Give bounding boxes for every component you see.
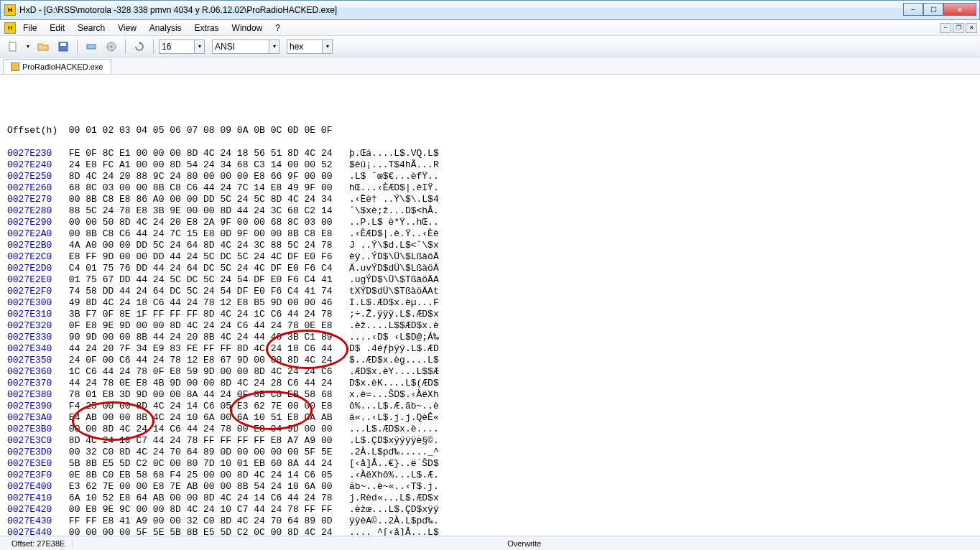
hex-row[interactable]: 0027E290 00 00 50 8D 4C 24 20 E8 2A 9F 0… — [7, 217, 973, 228]
hex-row[interactable]: 0027E430 FF FF E8 41 A9 00 00 32 C0 8D 4… — [7, 516, 973, 527]
save-button[interactable] — [55, 39, 72, 55]
mdi-restore-button[interactable]: ❐ — [953, 23, 964, 33]
close-button[interactable]: ✕ — [943, 3, 976, 16]
hex-row[interactable]: 0027E3C0 8D 4C 24 10 C7 44 24 78 FF FF F… — [7, 435, 973, 447]
menu-analysis[interactable]: Analysis — [144, 22, 188, 34]
refresh-button[interactable] — [131, 39, 148, 55]
numberbase-dropdown[interactable]: ▾ — [323, 39, 333, 54]
minimize-button[interactable]: − — [903, 3, 923, 16]
menu-search[interactable]: Search — [72, 22, 111, 34]
hex-row[interactable]: 0027E3B0 00 00 8D 4C 24 14 C6 44 24 78 0… — [7, 424, 973, 435]
status-bar: Offset: 27E38E Overwrite — [0, 536, 980, 550]
hex-row[interactable]: 0027E320 0F E8 9E 9D 00 00 8D 4C 24 24 C… — [7, 320, 973, 332]
file-icon — [11, 62, 19, 71]
window-title: HxD - [G:\RSS\motorola -328 338 pmvn 403… — [19, 5, 903, 15]
titlebar: H HxD - [G:\RSS\motorola -328 338 pmvn 4… — [0, 0, 980, 20]
bytes-per-row-dropdown[interactable]: ▾ — [195, 39, 205, 54]
tab-label: ProRadioHACKED.exe — [22, 62, 103, 71]
hex-row[interactable]: 0027E2B0 4A A0 00 00 DD 5C 24 64 8D 4C 2… — [7, 240, 973, 251]
hex-row[interactable]: 0027E2A0 00 8B C8 C6 44 24 7C 15 E8 0D 9… — [7, 228, 973, 240]
hex-view[interactable]: Offset(h) 00 01 02 03 04 05 06 07 08 09 … — [0, 75, 980, 536]
menubar: H File Edit Search View Analysis Extras … — [0, 20, 980, 36]
status-mode: Overwrite — [500, 539, 548, 548]
menu-file[interactable]: File — [17, 22, 42, 34]
tab-bar: ProRadioHACKED.exe — [0, 57, 980, 75]
open-ram-button[interactable] — [83, 39, 100, 55]
svg-rect-2 — [60, 43, 66, 46]
bytes-per-row-input[interactable] — [159, 39, 195, 54]
numberbase-select[interactable] — [287, 39, 323, 54]
hex-row[interactable]: 0027E410 6A 10 52 E8 64 AB 00 00 8D 4C 2… — [7, 493, 973, 504]
separator — [153, 39, 154, 54]
hex-row[interactable]: 0027E230 FE 0F 8C E1 00 00 00 8D 4C 24 1… — [7, 148, 973, 159]
status-offset: Offset: 27E38E — [4, 539, 73, 548]
menu-view[interactable]: View — [112, 22, 142, 34]
hex-row[interactable]: 0027E380 78 01 E8 3D 9D 00 00 8A 44 24 0… — [7, 389, 973, 401]
hex-row[interactable]: 0027E3D0 00 32 C0 8D 4C 24 70 64 89 0D 0… — [7, 447, 973, 458]
toolbar: ▾ ▾ ▾ ▾ — [0, 36, 980, 57]
hex-row[interactable]: 0027E240 24 E8 FC A1 00 00 8D 54 24 34 6… — [7, 159, 973, 171]
hex-row[interactable]: 0027E400 E3 62 7E 00 00 E8 7E AB 00 00 8… — [7, 481, 973, 493]
charset-select[interactable] — [212, 39, 269, 54]
hex-row[interactable]: 0027E2E0 01 75 67 DD 44 24 5C DC 5C 24 5… — [7, 274, 973, 286]
hex-row[interactable]: 0027E270 00 8B C8 E8 86 A0 00 00 DD 5C 2… — [7, 194, 973, 205]
svg-rect-0 — [9, 42, 16, 51]
hex-row[interactable]: 0027E350 24 0F 00 C6 44 24 78 12 E8 67 9… — [7, 355, 973, 366]
hex-row[interactable]: 0027E330 90 9D 00 00 8B 44 24 20 8B 4C 2… — [7, 332, 973, 343]
charset-dropdown[interactable]: ▾ — [269, 39, 279, 54]
hex-row[interactable]: 0027E440 00 00 00 00 5F 5E 5B 8B E5 5D C… — [7, 527, 973, 536]
new-dropdown[interactable]: ▾ — [24, 39, 32, 55]
maximize-button[interactable]: ☐ — [923, 3, 943, 16]
hex-row[interactable]: 0027E3E0 5B 8B E5 5D C2 0C 00 80 7D 10 0… — [7, 458, 973, 470]
hex-row[interactable]: 0027E390 F4 25 00 00 8D 4C 24 14 C6 05 E… — [7, 401, 973, 412]
mdi-close-button[interactable]: ✕ — [966, 23, 977, 33]
hex-row[interactable]: 0027E260 68 8C 03 00 00 8B C8 C6 44 24 7… — [7, 182, 973, 194]
app-icon: H — [4, 4, 16, 16]
svg-point-5 — [111, 45, 113, 47]
hex-row[interactable]: 0027E3F0 0E 8B C0 EB 58 68 F4 25 00 00 8… — [7, 470, 973, 481]
separator — [77, 39, 78, 54]
new-button[interactable] — [4, 39, 22, 55]
hex-row[interactable]: 0027E360 1C C6 44 24 78 0F E8 59 9D 00 0… — [7, 366, 973, 378]
hex-row[interactable]: 0027E300 49 8D 4C 24 18 C6 44 24 78 12 E… — [7, 297, 973, 309]
menu-window[interactable]: Window — [226, 22, 269, 34]
hex-row[interactable]: 0027E2F0 74 58 DD 44 24 64 DC 5C 24 54 D… — [7, 286, 973, 297]
menu-app-icon[interactable]: H — [4, 22, 16, 34]
hex-row[interactable]: 0027E280 88 5C 24 78 E8 3B 9E 00 00 8D 4… — [7, 205, 973, 217]
open-button[interactable] — [34, 39, 52, 55]
menu-help[interactable]: ? — [269, 22, 286, 34]
hex-row[interactable]: 0027E370 44 24 78 0E E8 4B 9D 00 00 8D 4… — [7, 378, 973, 389]
hex-row[interactable]: 0027E420 00 E8 9E 9C 00 00 8D 4C 24 10 C… — [7, 504, 973, 516]
hex-row[interactable]: 0027E2C0 E8 FF 9D 00 00 DD 44 24 5C DC 5… — [7, 251, 973, 263]
open-disk-button[interactable] — [103, 39, 120, 55]
menu-edit[interactable]: Edit — [44, 22, 70, 34]
hex-row[interactable]: 0027E3A0 E4 AB 00 00 8B 4C 24 10 6A 00 6… — [7, 412, 973, 424]
hex-row[interactable]: 0027E310 3B F7 0F 8E 1F FF FF FF 8D 4C 2… — [7, 309, 973, 320]
hex-row[interactable]: 0027E250 8D 4C 24 20 88 9C 24 80 00 00 0… — [7, 171, 973, 182]
svg-rect-3 — [87, 45, 96, 49]
hex-header: Offset(h) 00 01 02 03 04 05 06 07 08 09 … — [7, 125, 973, 136]
hex-row[interactable]: 0027E340 44 24 20 7F 34 E9 83 FE FF FF 8… — [7, 343, 973, 355]
separator — [125, 39, 126, 54]
tab-file[interactable]: ProRadioHACKED.exe — [3, 59, 111, 74]
menu-extras[interactable]: Extras — [189, 22, 225, 34]
hex-row[interactable]: 0027E2D0 C4 01 75 76 DD 44 24 64 DC 5C 2… — [7, 263, 973, 274]
mdi-minimize-button[interactable]: − — [940, 23, 951, 33]
